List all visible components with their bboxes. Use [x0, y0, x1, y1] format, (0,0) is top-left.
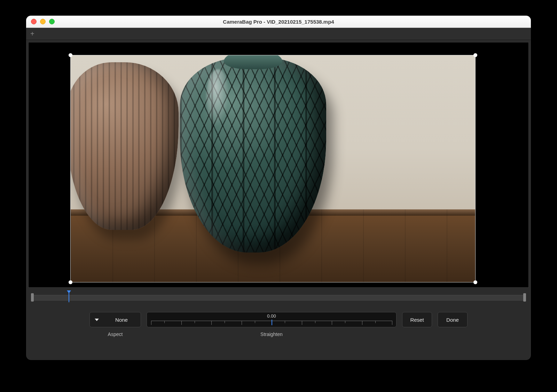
timeline-track[interactable] [32, 295, 525, 301]
crop-controls: None Aspect 0.00 Straighten Reset Done [26, 303, 531, 337]
app-window: CameraBag Pro - VID_20210215_175538.mp4 … [26, 16, 531, 360]
aspect-dropdown[interactable]: None [89, 312, 141, 327]
straighten-label: Straighten [260, 331, 283, 337]
reset-button[interactable]: Reset [402, 312, 432, 327]
media-preview [71, 55, 475, 282]
new-tab-button[interactable]: + [26, 30, 39, 37]
crop-handle-bottom-right[interactable] [473, 280, 477, 284]
done-button[interactable]: Done [438, 312, 468, 327]
window-close-button[interactable] [31, 19, 37, 24]
timeline[interactable] [28, 291, 529, 303]
window-controls [26, 19, 55, 24]
timeline-trim-start[interactable] [31, 293, 34, 302]
window-zoom-button[interactable] [49, 19, 55, 24]
timeline-trim-end[interactable] [523, 293, 526, 302]
crop-frame[interactable] [70, 55, 476, 282]
chevron-down-icon [95, 319, 99, 321]
crop-handle-top-left[interactable] [69, 53, 72, 57]
aspect-group: None Aspect [89, 312, 141, 337]
titlebar: CameraBag Pro - VID_20210215_175538.mp4 [26, 16, 531, 28]
timeline-playhead[interactable] [69, 291, 69, 302]
straighten-value: 0.00 [147, 313, 396, 319]
crop-handle-top-right[interactable] [473, 53, 477, 57]
aspect-selected-value: None [107, 317, 136, 323]
straighten-slider[interactable]: 0.00 [147, 312, 397, 327]
window-minimize-button[interactable] [40, 19, 46, 24]
done-button-label: Done [446, 317, 459, 323]
tab-bar: + [26, 28, 531, 40]
reset-button-label: Reset [410, 317, 424, 323]
straighten-group: 0.00 Straighten [147, 312, 397, 337]
straighten-scale [151, 321, 392, 326]
straighten-marker[interactable] [272, 320, 272, 325]
canvas [28, 42, 529, 288]
aspect-label: Aspect [108, 331, 123, 337]
crop-handle-bottom-left[interactable] [69, 280, 72, 284]
window-title: CameraBag Pro - VID_20210215_175538.mp4 [26, 19, 531, 25]
